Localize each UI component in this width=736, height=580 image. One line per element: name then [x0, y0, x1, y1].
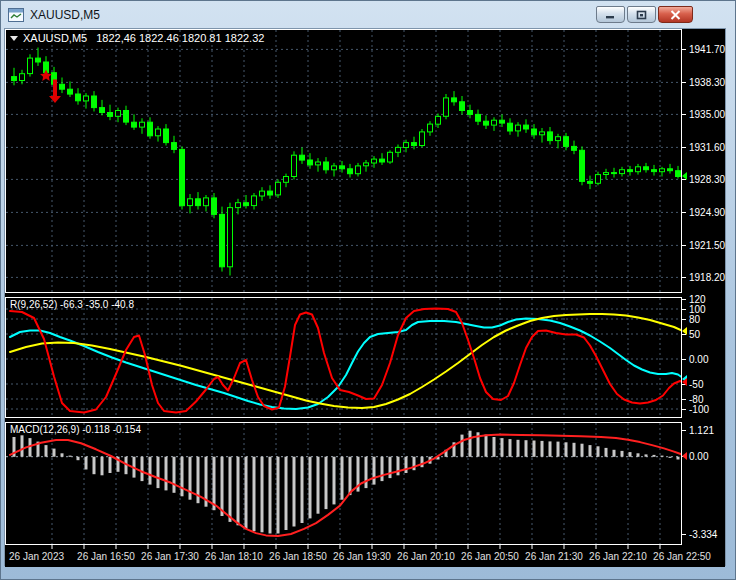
axis-tick-label: -100 [689, 404, 709, 415]
candlestick-canvas[interactable] [6, 30, 681, 292]
oscillator-panel: R(9,26,52) -66.3 -35.0 -40.8 12010080500… [5, 297, 725, 418]
time-axis-label: 26 Jan 21:30 [525, 551, 583, 562]
macd-canvas[interactable] [6, 423, 681, 544]
axis-tick-label: 1935.00 [689, 109, 725, 120]
axis-tick-label: 1921.50 [689, 240, 725, 251]
oscillator-canvas[interactable] [6, 298, 681, 417]
axis-tick-mark [682, 49, 686, 50]
time-axis-label: 26 Jan 18:50 [269, 551, 327, 562]
series-end-marker [682, 327, 687, 335]
axis-tick-mark [682, 212, 686, 213]
axis-tick-mark [682, 359, 686, 360]
series-end-marker [682, 452, 687, 460]
time-axis-label: 26 Jan 22:10 [589, 551, 647, 562]
window-titlebar[interactable]: XAUUSD,M5 [1, 1, 735, 28]
axis-tick-label: 0.00 [689, 354, 708, 365]
window-title: XAUUSD,M5 [30, 8, 100, 22]
axis-tick-label: 50 [689, 329, 700, 340]
axis-tick-mark [682, 319, 686, 320]
oscillator-axis[interactable]: 12010080500.00-50-80-100 [682, 297, 725, 418]
time-axis-label: 26 Jan 19:30 [333, 551, 391, 562]
axis-tick-mark [682, 114, 686, 115]
axis-tick-mark [682, 147, 686, 148]
chart-window-icon [8, 8, 24, 22]
close-button[interactable] [658, 6, 693, 23]
axis-tick-label: 1938.30 [689, 77, 725, 88]
minimize-icon [605, 10, 616, 19]
time-axis-label: 26 Jan 16:50 [77, 551, 135, 562]
main-price-panel: XAUUSD,M5 1822,46 1822.46 1820.81 1822.3… [5, 29, 725, 293]
axis-tick-label: -50 [689, 379, 703, 390]
oscillator-plot[interactable]: R(9,26,52) -66.3 -35.0 -40.8 [5, 297, 682, 418]
time-axis-label: 26 Jan 18:10 [205, 551, 263, 562]
axis-tick-label: 1931.60 [689, 142, 725, 153]
axis-tick-label: 1924.90 [689, 207, 725, 218]
axis-tick-mark [682, 534, 686, 535]
axis-tick-label: 1.121 [689, 425, 714, 436]
chart-header: XAUUSD,M5 1822,46 1822.46 1820.81 1822.3… [10, 32, 264, 44]
chart-client-area: XAUUSD,M5 1822,46 1822.46 1820.81 1822.3… [4, 28, 726, 566]
axis-tick-label: 80 [689, 314, 700, 325]
main-price-axis[interactable]: 1941.701938.301935.001931.601928.301924.… [682, 29, 725, 293]
axis-tick-label: -3.334 [689, 529, 717, 540]
time-axis-label: 26 Jan 22:50 [653, 551, 711, 562]
time-axis-label: 26 Jan 20:50 [461, 551, 519, 562]
axis-tick-label: 0.00 [689, 451, 708, 462]
time-tick-marks [6, 545, 683, 550]
time-axis-label: 26 Jan 20:10 [397, 551, 455, 562]
macd-panel: MACD(12,26,9) -0.118 -0.154 1.1210.00-3.… [5, 422, 725, 545]
restore-button[interactable] [627, 6, 656, 23]
main-chart-plot[interactable]: XAUUSD,M5 1822,46 1822.46 1820.81 1822.3… [5, 29, 682, 293]
mt4-chart-window: XAUUSD,M5 XAUUSD,M5 1822,46 1822.46 1820… [0, 0, 736, 580]
oscillator-label: R(9,26,52) -66.3 -35.0 -40.8 [10, 299, 134, 310]
restore-icon [636, 10, 647, 20]
series-end-marker [682, 172, 687, 180]
time-axis[interactable]: 26 Jan 202326 Jan 16:5026 Jan 17:3026 Ja… [5, 545, 725, 567]
axis-tick-mark [682, 430, 686, 431]
close-icon [670, 10, 681, 20]
symbol-dropdown-icon[interactable] [10, 36, 18, 41]
symbol-label: XAUUSD,M5 [23, 32, 87, 44]
time-axis-label: 26 Jan 2023 [9, 551, 64, 562]
ohlc-values: 1822,46 1822.46 1820.81 1822.32 [96, 32, 264, 44]
axis-tick-label: 1941.70 [689, 44, 725, 55]
axis-tick-mark [682, 82, 686, 83]
series-end-marker [682, 378, 687, 386]
macd-plot[interactable]: MACD(12,26,9) -0.118 -0.154 [5, 422, 682, 545]
axis-tick-label: 1918.20 [689, 272, 725, 283]
macd-axis[interactable]: 1.1210.00-3.334 [682, 422, 725, 545]
axis-tick-mark [682, 309, 686, 310]
axis-tick-mark [682, 299, 686, 300]
macd-label: MACD(12,26,9) -0.118 -0.154 [10, 424, 141, 435]
axis-tick-mark [682, 245, 686, 246]
axis-tick-mark [682, 399, 686, 400]
time-axis-label: 26 Jan 17:30 [141, 551, 199, 562]
axis-tick-mark [682, 277, 686, 278]
window-controls [596, 6, 693, 23]
minimize-button[interactable] [596, 6, 625, 23]
axis-tick-label: 1928.30 [689, 174, 725, 185]
axis-tick-mark [682, 409, 686, 410]
